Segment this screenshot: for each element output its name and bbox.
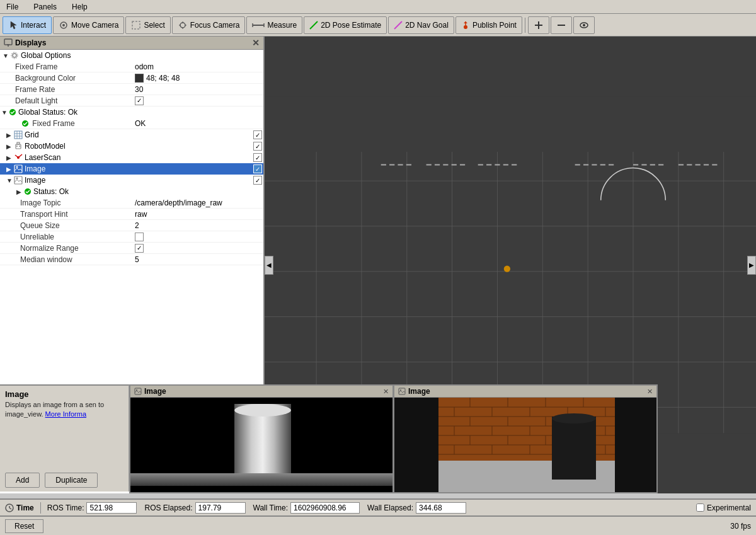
laserscan-checkbox[interactable]: ✓ xyxy=(253,153,262,162)
image-topic-value[interactable]: /camera/depth/image_raw xyxy=(135,198,261,207)
default-light-value[interactable]: ✓ xyxy=(135,96,261,105)
image-window-1-title: Image xyxy=(144,387,166,396)
grid-arrow[interactable]: ▶ xyxy=(6,132,14,139)
image-window-2-close[interactable]: ✕ xyxy=(647,388,653,396)
move-camera-button[interactable]: Move Camera xyxy=(53,16,124,34)
image2-checkbox[interactable]: ✓ xyxy=(253,176,262,185)
wall-time-value: 1602960908.96 xyxy=(290,502,360,514)
unreliable-value[interactable] xyxy=(135,233,261,241)
interact-button[interactable]: Interact xyxy=(3,16,52,34)
global-status-fixed-value: OK xyxy=(135,119,261,128)
pose-estimate-button[interactable]: 2D Pose Estimate xyxy=(304,16,387,34)
menu-panels[interactable]: Panels xyxy=(30,1,60,13)
svg-rect-30 xyxy=(14,131,22,139)
svg-point-15 xyxy=(464,25,467,29)
image-window-2-header: Image ✕ xyxy=(394,386,656,398)
robotmodel-arrow[interactable]: ▶ xyxy=(6,143,14,150)
info-title: Image xyxy=(5,389,123,399)
transport-hint-value[interactable]: raw xyxy=(135,210,261,219)
robot-icon xyxy=(14,142,23,151)
fixed-frame-value[interactable]: odom xyxy=(135,62,261,71)
robotmodel-checkbox[interactable]: ✓ xyxy=(253,142,262,151)
nav-goal-icon xyxy=(394,21,403,30)
global-status-fixed-row: Fixed Frame OK xyxy=(0,118,263,129)
frame-rate-row: Frame Rate 30 xyxy=(0,84,263,95)
svg-rect-44 xyxy=(14,176,22,184)
frame-rate-value[interactable]: 30 xyxy=(135,85,261,94)
monitor-icon xyxy=(4,38,13,47)
image1-checkbox[interactable]: ✓ xyxy=(253,164,262,173)
svg-point-70 xyxy=(504,266,510,272)
svg-rect-2 xyxy=(132,21,140,29)
unreliable-checkbox[interactable] xyxy=(135,233,144,241)
image-window-2-title: Image xyxy=(408,387,430,396)
global-status-fixed-label: Fixed Frame xyxy=(3,119,135,128)
svg-point-45 xyxy=(16,178,18,180)
robotmodel-row[interactable]: ▶ RobotModel ✓ xyxy=(0,141,263,152)
add-button[interactable]: Add xyxy=(5,473,40,488)
laserscan-arrow[interactable]: ▶ xyxy=(6,154,14,161)
rgb-image-svg xyxy=(394,398,656,492)
global-status-row[interactable]: ▼ Global Status: Ok xyxy=(0,106,263,118)
collapse-right-button[interactable]: ▶ xyxy=(747,256,756,275)
focus-camera-button[interactable]: Focus Camera xyxy=(172,16,246,34)
color-swatch xyxy=(135,74,144,83)
grid-icon xyxy=(14,130,23,139)
svg-point-77 xyxy=(234,404,291,417)
select-button[interactable]: Select xyxy=(125,16,170,34)
nav-goal-button[interactable]: 2D Nav Goal xyxy=(388,16,454,34)
image1-arrow[interactable]: ▶ xyxy=(6,166,14,173)
ros-time-value: 521.98 xyxy=(86,502,137,514)
minus-icon-button[interactable] xyxy=(551,16,572,34)
svg-point-43 xyxy=(16,166,18,168)
svg-point-1 xyxy=(62,24,65,26)
ok-icon xyxy=(9,108,16,116)
image2-status-arrow[interactable]: ▶ xyxy=(16,188,24,195)
toolbar: Interact Move Camera Select Focus Camera… xyxy=(0,14,756,37)
add-icon-button[interactable] xyxy=(528,16,549,34)
experimental-checkbox[interactable] xyxy=(696,503,704,512)
eye-button[interactable] xyxy=(573,16,595,34)
median-window-value[interactable]: 5 xyxy=(135,255,261,264)
image2-arrow[interactable]: ▼ xyxy=(6,177,14,184)
global-options-row[interactable]: ▼ Global Options xyxy=(0,50,263,61)
reset-button[interactable]: Reset xyxy=(5,519,43,533)
queue-size-label: Queue Size xyxy=(3,221,135,230)
median-window-label: Median window xyxy=(3,255,135,264)
more-info-link[interactable]: More Informa xyxy=(45,410,86,418)
displays-panel-header: Displays ✕ xyxy=(0,37,263,50)
bg-color-value[interactable]: 48; 48; 48 xyxy=(135,74,261,83)
laserscan-row[interactable]: ▶ LaserScan ✓ xyxy=(0,152,263,163)
measure-button[interactable]: Measure xyxy=(246,16,302,34)
minus-icon xyxy=(556,20,566,30)
displays-close-button[interactable]: ✕ xyxy=(252,38,260,47)
default-light-checkbox[interactable]: ✓ xyxy=(135,96,144,105)
image-window-1-close[interactable]: ✕ xyxy=(383,388,389,396)
global-options-arrow[interactable]: ▼ xyxy=(3,52,10,59)
image1-row[interactable]: ▶ Image ✓ xyxy=(0,163,263,175)
normalize-range-value[interactable]: ✓ xyxy=(135,244,261,253)
svg-rect-36 xyxy=(17,142,20,144)
settings-icon xyxy=(10,51,19,60)
global-status-arrow[interactable]: ▼ xyxy=(1,109,9,116)
ros-elapsed-value: 197.79 xyxy=(195,502,246,514)
image2-row[interactable]: ▼ Image ✓ xyxy=(0,175,263,186)
image-window-1-icon xyxy=(134,388,142,395)
ros-time-label: ROS Time: xyxy=(47,503,84,512)
bottom-bar: Reset 30 fps xyxy=(0,516,756,535)
menu-help[interactable]: Help xyxy=(68,1,91,13)
svg-point-41 xyxy=(17,156,20,159)
cursor-icon xyxy=(8,20,18,30)
svg-point-37 xyxy=(16,146,18,147)
image-window-2: Image ✕ xyxy=(393,384,658,493)
duplicate-button[interactable]: Duplicate xyxy=(45,473,98,488)
image2-status-row[interactable]: ▶ Status: Ok xyxy=(0,186,263,197)
publish-point-button[interactable]: Publish Point xyxy=(455,16,522,34)
grid-row[interactable]: ▶ Grid ✓ xyxy=(0,129,263,141)
grid-checkbox[interactable]: ✓ xyxy=(253,130,262,139)
normalize-range-checkbox[interactable]: ✓ xyxy=(135,244,144,253)
queue-size-value[interactable]: 2 xyxy=(135,221,261,230)
collapse-left-button[interactable]: ◀ xyxy=(265,256,273,275)
ros-elapsed-label: ROS Elapsed: xyxy=(144,503,192,512)
menu-file[interactable]: File xyxy=(3,1,22,13)
